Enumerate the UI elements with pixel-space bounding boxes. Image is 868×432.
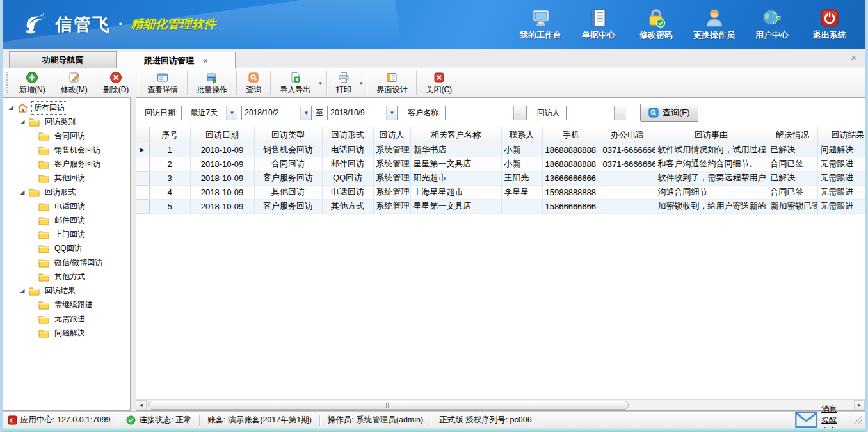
change-password-button[interactable]: 修改密码 [636,8,677,41]
tree-item-all-visits[interactable]: ◢ 所有回访 [3,100,130,115]
ellipsis-button[interactable]: … [513,106,526,120]
add-button[interactable]: 新增(N) [12,69,53,97]
folder-icon [38,230,49,239]
tree-item-contract-visit[interactable]: 合同回访 [3,129,130,143]
customer-name-input[interactable] [446,106,513,120]
folder-icon [29,117,40,127]
tree-item-door-visit[interactable]: 上门回访 [3,227,130,241]
edit-button[interactable]: 修改(M) [53,69,95,97]
brand-name: 信管飞 [55,13,111,36]
resize-grip[interactable] [854,416,862,424]
folder-icon [29,188,40,197]
edit-icon [68,71,81,84]
date-preset-select[interactable]: 最近7天 ▼ [181,106,237,120]
col-visitor[interactable]: 回访人 [373,127,410,143]
col-result[interactable]: 回访结果 [817,127,865,143]
folder-icon [38,272,49,282]
tabgroup-close-icon[interactable]: × [851,52,856,62]
tree-group-visit-form[interactable]: ◢ 回访形式 [3,185,130,199]
table-row[interactable]: 2 2018-10-09 合同回访 邮件回访 系统管理 星星第一文具店 小新 1… [136,157,865,171]
print-dropdown[interactable]: ▾ [359,69,366,97]
col-resolution[interactable]: 解决情况 [768,127,817,143]
folder-icon [38,244,49,253]
ui-design-button[interactable]: 界面设计 [369,69,415,97]
search-icon [247,71,260,84]
import-export-button[interactable]: 导入导出 [272,69,318,97]
tree-group-visit-result[interactable]: ◢ 回访结果 [3,284,130,298]
col-contact[interactable]: 联系人 [501,127,542,143]
tree-group-visit-category[interactable]: ◢ 回访类别 [3,115,130,129]
operator-status: 操作员: 系统管理员(admin) [320,415,431,426]
toolbar-grip[interactable] [5,72,10,94]
delete-button[interactable]: 删除(D) [95,69,137,97]
table-row[interactable]: 5 2018-10-09 客户服务回访 其他方式 系统管理 星星第一文具店 15… [136,199,865,213]
tree-item-qq-visit[interactable]: QQ回访 [3,241,130,255]
col-visit-form[interactable]: 回访形式 [322,127,373,143]
expander-icon[interactable]: ◢ [19,287,26,294]
date-to-picker[interactable]: 2018/10/9 ▼ [327,106,398,120]
print-button[interactable]: 打印 [328,69,359,97]
brand: 信管飞 · 精细化管理软件 [20,10,216,38]
close-icon [433,71,446,84]
user-center-button[interactable]: 用户中心 [751,8,792,41]
query-button[interactable]: 查询(F) [640,104,698,122]
switch-operator-button[interactable]: 更换操作员 [693,8,735,41]
tab-nav-window[interactable]: 功能导航窗 [9,51,117,68]
account-set-status: 账套: 演示账套(2017年第1期) [200,415,320,426]
tree-item-need-followup[interactable]: 需继续跟进 [3,298,130,312]
table-row[interactable]: 4 2018-10-09 其他回访 电话回访 系统管理 上海星星超市 李星星 1… [136,185,865,199]
col-reason[interactable]: 回访事由 [655,127,768,143]
tree-item-other-visit[interactable]: 其他回访 [3,171,130,185]
tab-close-icon[interactable]: × [203,56,208,65]
chevron-down-icon[interactable]: ▼ [386,106,397,120]
expander-icon[interactable]: ◢ [19,118,26,125]
tree-item-wechat-weibo-visit[interactable]: 微信/微博回访 [3,255,130,269]
table-row[interactable]: ▶ 1 2018-10-09 销售机会回访 电话回访 系统管理 新华书店 小新 … [136,143,865,157]
folder-icon [38,202,49,211]
col-office-phone[interactable]: 办公电话 [600,127,655,143]
my-workbench-button[interactable]: 我的工作台 [520,8,561,41]
chevron-down-icon[interactable]: ▼ [300,106,311,120]
toolbar-separator [236,71,237,95]
exit-system-button[interactable]: 退出系统 [809,8,850,41]
query-tool-button[interactable]: 查询 [238,69,269,97]
import-export-dropdown[interactable]: ▾ [318,69,325,97]
col-visit-date[interactable]: 回访日期 [190,127,254,143]
folder-icon [38,258,49,268]
ellipsis-button[interactable]: … [614,106,626,120]
tree-item-phone-visit[interactable]: 电话回访 [3,199,130,213]
col-mobile[interactable]: 手机 [542,127,600,143]
tree-item-no-followup[interactable]: 无需跟进 [3,312,130,326]
expander-icon[interactable]: ◢ [8,104,14,111]
expander-icon[interactable]: ◢ [19,189,26,195]
document-center-button[interactable]: 单据中心 [578,8,619,41]
tree-item-problem-solved[interactable]: 问题解决 [3,326,130,340]
visitor-label: 回访人: [537,108,562,118]
scrollbar-track[interactable] [147,400,854,410]
scrollbar-thumb[interactable] [148,401,629,410]
current-row-indicator[interactable]: ▶ [136,143,149,157]
col-customer[interactable]: 相关客户名称 [410,127,501,143]
scroll-left-button[interactable]: ◄ [136,400,147,410]
col-visit-type[interactable]: 回访类型 [254,127,322,143]
app-header: 信管飞 · 精细化管理软件 我的工作台 [3,0,865,49]
view-details-button[interactable]: 查看详情 [140,69,186,97]
col-seq[interactable]: 序号 [149,127,190,143]
horizontal-scrollbar[interactable]: ◄ ► [136,399,865,410]
tree-item-customer-service-visit[interactable]: 客户服务回访 [3,157,130,171]
panel-splitter[interactable] [131,97,136,411]
tree-item-sales-opportunity-visit[interactable]: 销售机会回访 [3,143,130,157]
close-button[interactable]: 关闭(C) [418,69,460,97]
tab-followup-visit[interactable]: 跟进回访管理 × [117,52,236,69]
table-row[interactable]: 3 2018-10-09 客户服务回访 QQ回访 系统管理 阳光超市 王阳光 1… [136,171,865,185]
visitor-input[interactable] [567,106,614,120]
row-header-corner [136,127,149,143]
scroll-right-button[interactable]: ► [854,400,865,410]
date-from-picker[interactable]: 2018/10/2 ▼ [241,106,312,120]
tree-item-other-form[interactable]: 其他方式 [3,269,130,284]
chevron-down-icon[interactable]: ▼ [226,106,237,120]
header-actions: 我的工作台 单据中心 [520,8,856,41]
batch-operation-button[interactable]: 批量操作 [189,69,235,97]
tree-item-email-visit[interactable]: 邮件回访 [3,213,130,227]
check-circle-icon [126,415,136,425]
